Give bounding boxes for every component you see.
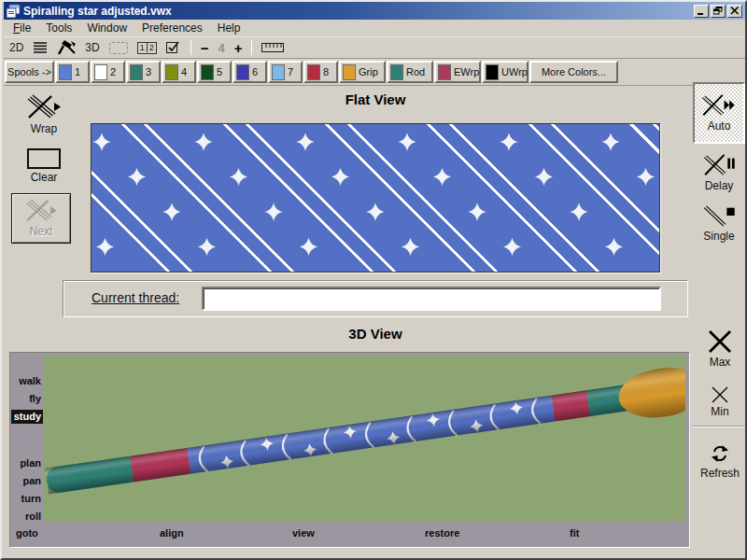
ewrp-color-button[interactable]: EWrp	[434, 61, 481, 83]
spool-4-swatch	[165, 64, 178, 80]
spool-4-button[interactable]: 4	[162, 61, 196, 83]
next-button[interactable]: Next	[11, 193, 71, 244]
divider	[693, 426, 745, 427]
mode-fly[interactable]: fly	[10, 393, 41, 405]
menu-window[interactable]: Window	[79, 21, 134, 35]
spool-1-button[interactable]: 1	[55, 61, 90, 83]
spool-8-button[interactable]: 8	[303, 61, 338, 83]
toolbar-separator	[190, 40, 191, 55]
nav-roll[interactable]: roll	[10, 511, 41, 523]
3d-view-title: 3D View	[91, 326, 660, 342]
single-button[interactable]: Single	[695, 200, 743, 246]
rod-color-button[interactable]: Rod	[387, 61, 433, 83]
nav-plan[interactable]: plan	[10, 457, 41, 469]
wrap-icon	[26, 94, 62, 120]
delay-button[interactable]: Delay	[695, 149, 743, 196]
spool-6-button[interactable]: 6	[233, 61, 267, 83]
current-thread-input[interactable]	[202, 287, 661, 311]
menu-tools[interactable]: Tools	[38, 21, 79, 35]
auto-button[interactable]: Auto	[693, 82, 745, 144]
cmd-restore[interactable]: restore	[425, 527, 459, 539]
grip-color-button[interactable]: Grip	[339, 61, 386, 83]
current-thread-panel: Current thread:	[63, 280, 688, 317]
flat-view-pattern	[92, 124, 659, 272]
flat-view-stars	[92, 124, 659, 272]
close-button[interactable]	[727, 5, 742, 18]
refresh-icon	[709, 442, 731, 465]
clear-button[interactable]: Clear	[13, 144, 75, 189]
cmd-fit[interactable]: fit	[570, 527, 579, 539]
3d-view-panel: walk fly study plan pan turn roll	[9, 352, 690, 548]
increase-button[interactable]: +	[234, 40, 243, 56]
spool-7-button[interactable]: 7	[268, 61, 303, 83]
wrap-button[interactable]: Wrap	[13, 91, 75, 138]
toolbar-separator	[251, 40, 252, 55]
clear-icon	[27, 148, 61, 169]
spool-3-button[interactable]: 3	[126, 61, 161, 83]
decrease-button[interactable]: −	[201, 40, 209, 56]
window-title: Spiralling star adjusted.vwx	[23, 5, 694, 18]
max-icon	[708, 329, 732, 354]
list-icon[interactable]	[33, 41, 48, 54]
flat-view-title: Flat View	[91, 91, 660, 107]
restore-icon	[713, 7, 723, 15]
min-button[interactable]: Min	[697, 381, 743, 424]
3d-mode-button[interactable]: 3D	[85, 41, 99, 54]
2d-mode-button[interactable]: 2D	[9, 41, 23, 54]
current-thread-label: Current thread:	[92, 290, 179, 305]
rod-swatch	[390, 64, 403, 80]
spool-5-button[interactable]: 5	[197, 61, 232, 83]
nav-pan[interactable]: pan	[10, 475, 41, 487]
spool-2-swatch	[94, 64, 107, 80]
spool-8-swatch	[307, 64, 320, 80]
titlebar[interactable]: Spiralling star adjusted.vwx	[4, 2, 745, 20]
refresh-button[interactable]: Refresh	[693, 435, 747, 487]
delay-icon	[701, 153, 737, 177]
minimize-button[interactable]	[694, 5, 709, 18]
next-icon	[24, 199, 58, 223]
toolbar: 2D 3D 12 − 4 +	[4, 37, 745, 59]
cmd-view[interactable]: view	[292, 527, 315, 539]
3d-viewport[interactable]	[43, 356, 685, 522]
mode-walk[interactable]: walk	[10, 375, 41, 387]
max-button[interactable]: Max	[697, 323, 743, 375]
ewrp-swatch	[438, 64, 451, 80]
grip-swatch	[343, 64, 356, 80]
size-value: 4	[218, 41, 224, 55]
close-icon	[730, 7, 740, 15]
uwrp-swatch	[486, 64, 499, 80]
flat-view-panel	[91, 123, 660, 273]
selection-box-icon[interactable]	[109, 42, 128, 54]
uwrp-color-button[interactable]: UWrp	[482, 61, 529, 83]
numbering-icon[interactable]: 12	[137, 42, 157, 54]
min-icon	[712, 386, 728, 403]
ruler-icon[interactable]	[261, 43, 284, 52]
spool-2-button[interactable]: 2	[91, 61, 125, 83]
cmd-align[interactable]: align	[160, 527, 184, 539]
spool-5-swatch	[201, 64, 214, 80]
nav-turn[interactable]: turn	[10, 493, 41, 505]
tools-hammer-icon[interactable]	[57, 40, 76, 55]
spool-3-swatch	[130, 64, 143, 80]
app-icon	[7, 5, 21, 18]
minimize-icon	[697, 7, 706, 15]
restore-button[interactable]	[711, 5, 726, 18]
checkbox-icon[interactable]	[166, 41, 181, 54]
menu-help[interactable]: Help	[210, 21, 248, 35]
menu-file[interactable]: File	[6, 21, 38, 35]
more-colors-button[interactable]: More Colors...	[529, 61, 618, 83]
mode-study[interactable]: study	[11, 410, 43, 424]
spool-bar: Spools -> 1 2 3 4 5 6 7 8 Grip Rod EWrp …	[4, 59, 745, 86]
spools-label-button[interactable]: Spools ->	[5, 61, 54, 83]
menu-bar: File Tools Window Preferences Help	[4, 20, 745, 37]
menu-preferences[interactable]: Preferences	[134, 21, 210, 35]
single-icon	[701, 203, 737, 228]
spool-1-swatch	[59, 64, 72, 80]
cmd-goto[interactable]: goto	[16, 527, 38, 539]
auto-icon	[701, 93, 737, 118]
app-window: Spiralling star adjusted.vwx File Tools	[0, 0, 747, 560]
spool-6-swatch	[236, 64, 249, 80]
spool-7-swatch	[272, 64, 285, 80]
3d-rod-render	[43, 356, 685, 522]
